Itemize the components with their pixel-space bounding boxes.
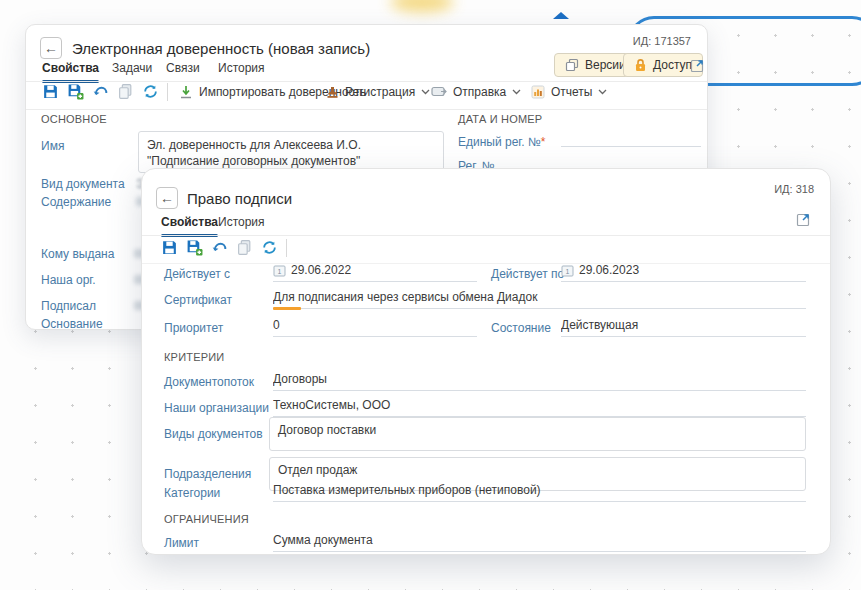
valid-from-value: 29.06.2022 (291, 263, 351, 277)
open-in-window-icon[interactable] (690, 57, 706, 73)
valid-to-label: Действует по (491, 267, 564, 281)
docflow-value: Договоры (273, 372, 327, 386)
state-value: Действующая (561, 318, 638, 332)
undo-icon[interactable] (211, 239, 228, 256)
stamp-icon (326, 85, 339, 99)
priority-label: Приоритет (164, 321, 223, 335)
desktop-background: ИД: 171357 ← Электронная доверенность (н… (0, 0, 861, 590)
report-chart-icon (531, 85, 545, 99)
doc-kinds-label: Виды документов (164, 427, 263, 441)
toolbar-divider (286, 239, 287, 257)
versions-icon (565, 58, 579, 72)
state-label: Состояние (491, 321, 551, 335)
section-main: ОСНОВНОЕ (41, 113, 107, 125)
valid-from-field[interactable]: 1 29.06.2022 (273, 263, 477, 282)
section-criteria: КРИТЕРИИ (164, 351, 224, 363)
back-arrow-icon: ← (160, 190, 174, 206)
save-and-new-icon[interactable] (186, 239, 203, 256)
refresh-icon[interactable] (142, 83, 159, 100)
svg-text:1: 1 (278, 268, 282, 275)
section-date-number: ДАТА И НОМЕР (458, 113, 542, 125)
certificate-label: Сертификат (164, 293, 232, 307)
tab-tasks[interactable]: Задачи (112, 61, 152, 81)
send-label: Отправка (453, 85, 506, 99)
copy-icon-disabled[interactable] (236, 239, 253, 256)
basis-label: Основание (41, 317, 103, 330)
reports-label: Отчеты (551, 85, 592, 99)
lock-icon (634, 58, 647, 72)
back-button[interactable]: ← (156, 187, 178, 209)
svg-text:1: 1 (566, 268, 570, 275)
spellcheck-underline (273, 307, 301, 310)
priority-field[interactable]: 0 (273, 318, 477, 337)
docflow-field[interactable]: Договоры (273, 372, 806, 391)
access-label: Доступ (653, 58, 692, 72)
record-id: ИД: 171357 (633, 35, 691, 47)
required-asterisk: * (541, 135, 546, 149)
chevron-down-icon (421, 89, 430, 95)
tab-history[interactable]: История (218, 215, 265, 235)
certificate-value: Для подписания через сервисы обмена Диад… (273, 290, 537, 304)
page-title: Право подписи (187, 190, 292, 207)
tab-links[interactable]: Связи (166, 61, 200, 81)
valid-from-label: Действует с (164, 267, 230, 281)
docflow-label: Документопоток (164, 375, 254, 389)
departments-label: Подразделения (164, 467, 251, 481)
certificate-field[interactable]: Для подписания через сервисы обмена Диад… (273, 290, 806, 309)
calendar-icon: 1 (273, 264, 286, 277)
our-orgs-field[interactable]: ТехноСистемы, ООО (273, 398, 806, 417)
refresh-icon[interactable] (261, 239, 278, 256)
our-org-label: Наша орг. (41, 273, 96, 287)
our-orgs-label: Наши организации (164, 401, 269, 415)
unified-reg-label-text: Единый рег. № (458, 135, 541, 149)
open-in-window-icon[interactable] (796, 211, 812, 227)
categories-label: Категории (164, 486, 220, 500)
download-icon (179, 85, 193, 99)
save-icon[interactable] (42, 83, 59, 100)
priority-value: 0 (273, 318, 280, 332)
undo-icon[interactable] (92, 83, 109, 100)
signed-by-label: Подписал (41, 299, 96, 313)
name-field[interactable]: Эл. доверенность для Алексеева И.О. "Под… (138, 131, 444, 173)
toolbar-divider (167, 83, 168, 101)
page-title: Электронная доверенность (новая запись) (72, 40, 370, 57)
send-menu-button[interactable]: Отправка (431, 85, 521, 99)
categories-field[interactable]: Поставка измерительных приборов (нетипов… (273, 483, 806, 502)
unified-reg-label: Единый рег. №* (458, 135, 545, 149)
limit-value: Сумма документа (273, 533, 373, 547)
content-label: Содержание (41, 195, 111, 209)
unified-reg-field[interactable] (561, 131, 701, 147)
divider (26, 109, 707, 110)
our-orgs-value: ТехноСистемы, ООО (273, 398, 390, 412)
tab-properties[interactable]: Свойства (42, 61, 99, 81)
blue-triangle-fragment (553, 12, 569, 19)
limit-label: Лимит (164, 536, 199, 550)
calendar-icon: 1 (561, 264, 574, 277)
name-label: Имя (41, 139, 64, 153)
doc-kind-label: Вид документа (41, 177, 125, 191)
versions-label: Версии (585, 58, 626, 72)
back-button[interactable]: ← (40, 37, 62, 59)
issued-to-label: Кому выдана (41, 247, 114, 261)
valid-to-field[interactable]: 1 29.06.2023 (561, 263, 806, 282)
save-and-new-icon[interactable] (67, 83, 84, 100)
send-icon (431, 86, 447, 98)
divider (142, 235, 830, 236)
registration-label: Регистрация (345, 85, 415, 99)
limit-field[interactable]: Сумма документа (273, 533, 806, 552)
record-id: ИД: 318 (774, 183, 814, 195)
yellow-glow-fragment (390, 0, 454, 12)
registration-menu-button[interactable]: Регистрация (326, 85, 430, 99)
chevron-down-icon (512, 89, 521, 95)
divider (26, 81, 707, 82)
tab-history[interactable]: История (218, 61, 265, 81)
categories-value: Поставка измерительных приборов (нетипов… (273, 483, 541, 497)
copy-icon-disabled[interactable] (117, 83, 134, 100)
reports-menu-button[interactable]: Отчеты (531, 85, 607, 99)
state-field[interactable]: Действующая (561, 318, 806, 337)
doc-kinds-field[interactable]: Договор поставки (269, 417, 806, 451)
valid-to-value: 29.06.2023 (579, 263, 639, 277)
tab-properties[interactable]: Свойства (161, 215, 218, 235)
section-restrictions: ОГРАНИЧЕНИЯ (164, 513, 249, 525)
save-icon[interactable] (161, 239, 178, 256)
